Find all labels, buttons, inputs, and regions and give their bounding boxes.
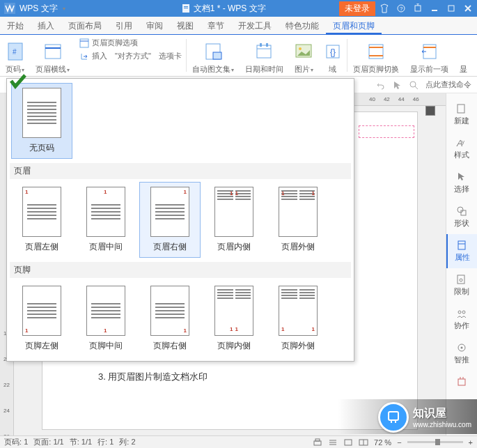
svg-point-24 [299, 47, 302, 50]
svg-rect-15 [80, 39, 88, 47]
tab-special[interactable]: 特色功能 [279, 17, 326, 34]
side-ai[interactable]: 智推 [446, 337, 477, 371]
svg-rect-13 [45, 45, 61, 59]
side-collab[interactable]: 协作 [446, 302, 477, 337]
svg-rect-19 [257, 45, 271, 58]
header-placeholder[interactable] [359, 125, 414, 138]
view-web-icon[interactable] [343, 438, 353, 447]
ribbon-show-prev[interactable]: 显示前一项 [405, 35, 454, 76]
zoom-out[interactable]: − [397, 438, 401, 447]
ribbon-show-next-truncated[interactable]: 显 [454, 35, 469, 76]
status-col: 列: 2 [119, 437, 135, 447]
gallery-footer-left[interactable]: 1 页脚左侧 [11, 281, 72, 357]
brand-name: 知识屋 [413, 407, 446, 419]
app-icon [4, 3, 15, 14]
brand-icon [378, 402, 409, 433]
zoom-slider[interactable] [407, 441, 463, 443]
view-outline-icon[interactable] [328, 438, 338, 447]
side-panel: 新建 Ay样式 选择 形状 属性 限制 协作 智推 [446, 93, 477, 435]
side-new[interactable]: 新建 [446, 98, 477, 132]
ribbon-hf-options[interactable]: 页眉页脚选项 [79, 38, 182, 48]
gallery-footer-inner[interactable]: 11 页脚内侧 [203, 281, 265, 357]
svg-rect-51 [315, 439, 320, 441]
zoom-in[interactable]: + [469, 438, 473, 447]
ribbon-headerline[interactable]: 页眉横线▾ [30, 35, 75, 76]
tab-view[interactable]: 视图 [170, 17, 201, 34]
tab-start[interactable]: 开始 [0, 17, 31, 34]
ribbon-datetime[interactable]: 日期和时间 [240, 35, 289, 76]
zoom-value[interactable]: 72 % [374, 438, 391, 447]
skin-icon[interactable] [380, 3, 389, 13]
doc-text-4: 3. 用页眉图片制造文档水印 [98, 367, 361, 387]
status-row: 行: 1 [97, 437, 114, 447]
status-section: 节: 1/1 [70, 437, 92, 447]
login-button[interactable]: 未登录 [339, 1, 375, 16]
svg-text:{}: {} [330, 47, 336, 57]
svg-rect-34 [458, 105, 464, 113]
gallery-header-inner[interactable]: 11 页眉内侧 [203, 182, 265, 258]
side-select[interactable]: 选择 [446, 166, 477, 200]
status-pages: 页面: 1/1 [33, 437, 63, 447]
ribbon-field[interactable]: {} 域 [319, 35, 347, 76]
side-style[interactable]: Ay样式 [446, 132, 477, 166]
doc-icon [181, 3, 191, 13]
svg-rect-21 [260, 43, 262, 47]
svg-rect-41 [458, 275, 464, 284]
gallery-no-pagenum[interactable]: 无页码 [11, 83, 72, 159]
ribbon-autotext[interactable]: 自动图文集▾ [187, 35, 240, 76]
minimize-icon[interactable] [430, 3, 439, 13]
svg-point-44 [462, 311, 465, 314]
ribbon-pagenum[interactable]: # 页码▾ [0, 35, 30, 76]
tab-insert[interactable]: 插入 [31, 17, 61, 34]
ribbon-tabs: 开始 插入 页面布局 引用 审阅 视图 章节 开发工具 特色功能 页眉和页脚 [0, 17, 477, 35]
svg-point-37 [458, 207, 463, 213]
svg-text:?: ? [400, 6, 403, 12]
tab-dev[interactable]: 开发工具 [231, 17, 279, 34]
svg-rect-38 [461, 210, 466, 215]
help-icon[interactable]: ? [396, 3, 406, 13]
find-icon[interactable] [409, 80, 419, 90]
svg-point-43 [458, 311, 461, 314]
svg-rect-22 [266, 43, 268, 47]
svg-line-33 [415, 86, 418, 89]
undo-icon[interactable] [375, 80, 385, 90]
ribbon: # 页码▾ 页眉横线▾ 页眉页脚选项 插入 "对齐方式" 选项卡 自动图文集▾ … [0, 35, 477, 77]
doc-title: 文档1 * - WPS 文字 [194, 3, 266, 15]
close-icon[interactable] [463, 3, 473, 13]
view-print-icon[interactable] [313, 438, 322, 447]
side-restrict[interactable]: 限制 [446, 268, 477, 302]
gallery-footer-right[interactable]: 1 页脚右侧 [139, 281, 201, 357]
tab-reference[interactable]: 引用 [109, 17, 139, 34]
ribbon-hf-switch[interactable]: 页眉页脚切换 [347, 35, 405, 76]
side-property[interactable]: 属性 [446, 234, 477, 268]
find-command-label[interactable]: 点此查找命令 [425, 79, 471, 90]
side-more[interactable] [446, 371, 477, 394]
side-shape[interactable]: 形状 [446, 200, 477, 234]
gallery-header-left[interactable]: 1 页眉左侧 [11, 182, 72, 258]
gallery-section-footer: 页脚 [10, 262, 351, 278]
pin-icon[interactable] [413, 3, 423, 13]
ribbon-insert-align-tab[interactable]: 插入 "对齐方式" 选项卡 [79, 51, 182, 61]
gallery-header-right[interactable]: 1 页眉右侧 [139, 182, 201, 258]
app-menu-dropdown[interactable]: ▾ [63, 6, 65, 12]
gallery-footer-center[interactable]: 1 页脚中间 [75, 281, 136, 357]
view-read-icon[interactable] [359, 438, 368, 447]
svg-point-46 [461, 347, 463, 349]
svg-rect-47 [458, 379, 465, 385]
gallery-header-center[interactable]: 1 页眉中间 [75, 182, 136, 258]
svg-rect-2 [184, 6, 188, 7]
gallery-header-outer[interactable]: 11 页眉外侧 [267, 182, 329, 258]
select-icon[interactable] [392, 80, 402, 90]
svg-rect-8 [448, 6, 454, 11]
tab-section[interactable]: 章节 [201, 17, 231, 34]
window-controls: ? [380, 3, 473, 13]
tab-review[interactable]: 审阅 [139, 17, 170, 34]
tab-headerfooter[interactable]: 页眉和页脚 [326, 17, 382, 34]
status-pagenum: 页码: 1 [4, 437, 28, 447]
pagenum-gallery: 无页码 页眉 1 页眉左侧 1 页眉中间 1 页眉右侧 11 页眉内侧 11 页… [6, 78, 354, 362]
tab-pagelayout[interactable]: 页面布局 [61, 17, 109, 34]
gallery-footer-outer[interactable]: 11 页脚外侧 [267, 281, 329, 357]
maximize-icon[interactable] [446, 3, 456, 13]
ribbon-picture[interactable]: 图片▾ [289, 35, 319, 76]
app-name: WPS 文字 [19, 3, 58, 15]
